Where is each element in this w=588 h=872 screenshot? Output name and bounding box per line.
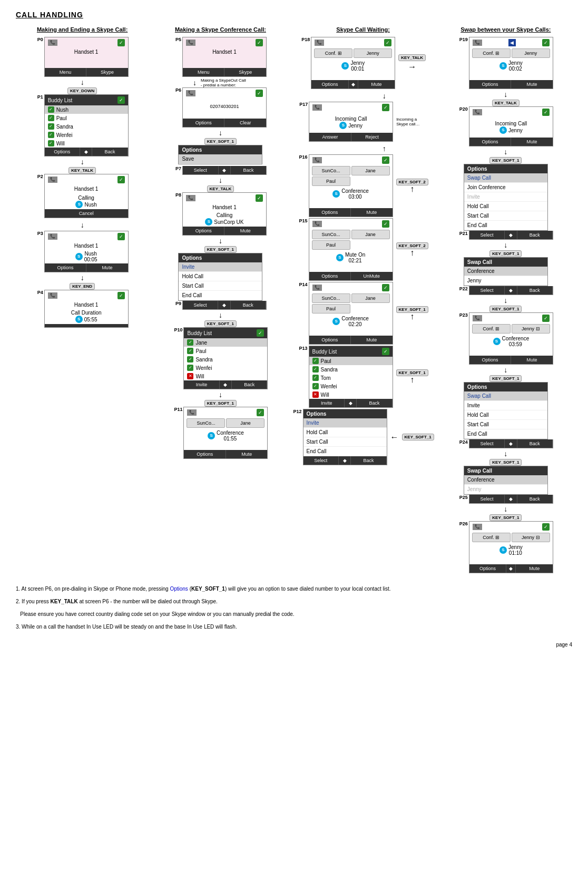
p23-mute[interactable]: Mute bbox=[511, 356, 553, 364]
p7-select[interactable]: Select bbox=[183, 166, 219, 174]
p24-startcall[interactable]: Start Call bbox=[464, 420, 547, 429]
p20-label: P20 bbox=[459, 106, 468, 112]
p16-options[interactable]: Options bbox=[309, 208, 351, 217]
p22-conference[interactable]: Conference bbox=[464, 267, 547, 276]
p23-bottombar: Options Mute bbox=[469, 356, 553, 364]
p5-menu[interactable]: Menu bbox=[183, 68, 225, 76]
p3-mute[interactable]: Mute bbox=[86, 263, 128, 272]
p23-options[interactable]: Options bbox=[469, 356, 512, 364]
p10-back[interactable]: Back bbox=[232, 380, 267, 389]
p24-invite[interactable]: Invite bbox=[464, 401, 547, 410]
p24-label: P24 bbox=[459, 439, 468, 445]
p11-options[interactable]: Options bbox=[184, 450, 226, 458]
p8-mute[interactable]: Mute bbox=[224, 227, 266, 235]
p1-options[interactable]: Options bbox=[45, 148, 80, 156]
p12-select[interactable]: Select bbox=[303, 456, 339, 465]
p22-jenny[interactable]: Jenny bbox=[464, 276, 547, 286]
p18-options[interactable]: Options bbox=[311, 80, 348, 89]
arrow-key-soft1-p23: ↓ KEY_SOFT_1 bbox=[489, 366, 522, 382]
p17-jenny: Jenny bbox=[348, 123, 362, 129]
p9-back[interactable]: Back bbox=[231, 301, 266, 309]
p21-joinconf[interactable]: Join Conference bbox=[464, 183, 547, 192]
p17-reject[interactable]: Reject bbox=[351, 133, 393, 141]
p6-clear[interactable]: Clear bbox=[224, 119, 266, 127]
skype-icon-p8: S bbox=[205, 218, 212, 226]
p22-select[interactable]: Select bbox=[469, 286, 505, 295]
p12-back[interactable]: Back bbox=[351, 456, 386, 465]
option-endcall-p9[interactable]: End Call bbox=[179, 291, 262, 300]
p2-cancel[interactable]: Cancel bbox=[45, 209, 128, 218]
p17-answer[interactable]: Answer bbox=[309, 133, 351, 141]
p14-options[interactable]: Options bbox=[309, 336, 351, 344]
p18-mute[interactable]: Mute bbox=[358, 80, 395, 89]
p14-mute[interactable]: Mute bbox=[351, 336, 393, 344]
check-icon-p11: ✓ bbox=[257, 409, 264, 416]
p26-mute[interactable]: Mute bbox=[516, 564, 552, 573]
option-invite-p9[interactable]: Invite bbox=[179, 262, 262, 272]
p15-unmute[interactable]: UnMute bbox=[351, 272, 393, 280]
p8-options[interactable]: Options bbox=[183, 227, 225, 235]
p0-skype[interactable]: Skype bbox=[86, 68, 128, 76]
option-save[interactable]: Save bbox=[179, 154, 262, 164]
p22-back[interactable]: Back bbox=[517, 286, 553, 295]
p15-options[interactable]: Options bbox=[309, 272, 351, 280]
p25-conference[interactable]: Conference bbox=[464, 475, 547, 485]
p19-mute[interactable]: Mute bbox=[511, 80, 553, 89]
option-startcall-p9[interactable]: Start Call bbox=[179, 281, 262, 291]
p25-select[interactable]: Select bbox=[469, 495, 505, 503]
p24-endcall[interactable]: End Call bbox=[464, 429, 547, 439]
skype-icon-p26: S bbox=[499, 546, 507, 554]
p20-mute[interactable]: Mute bbox=[511, 138, 553, 146]
p21-back[interactable]: Back bbox=[517, 231, 553, 239]
arrow-key-soft1-p20: ↓ KEY_SOFT_1 bbox=[489, 148, 522, 164]
p18-label: P18 bbox=[301, 37, 310, 42]
option-holdcall-p9[interactable]: Hold Call bbox=[179, 272, 262, 281]
p16-mute[interactable]: Mute bbox=[351, 208, 393, 217]
p12-holdcall[interactable]: Hold Call bbox=[303, 428, 387, 437]
p1-back[interactable]: Back bbox=[92, 148, 128, 156]
p21-endcall[interactable]: End Call bbox=[464, 221, 547, 230]
p6-label: P6 bbox=[175, 87, 181, 93]
p26-options[interactable]: Options bbox=[469, 564, 506, 573]
p24-holdcall[interactable]: Hold Call bbox=[464, 410, 547, 420]
phone-icon-p18: 📞 bbox=[315, 40, 324, 46]
p3-options[interactable]: Options bbox=[45, 263, 87, 272]
p3-body: Handset 1 S Nush 00:05 bbox=[45, 241, 128, 263]
p24-back[interactable]: Back bbox=[517, 439, 553, 448]
p10-sandra: ✓ Sandra bbox=[184, 355, 267, 364]
p13-back[interactable]: Back bbox=[357, 399, 392, 407]
p10-invite[interactable]: Invite bbox=[184, 380, 219, 389]
p11-mute[interactable]: Mute bbox=[226, 450, 268, 458]
p12-startcall[interactable]: Start Call bbox=[303, 437, 387, 447]
screen-p10: Buddy List ✓ ✓ Jane ✓ Paul ✓ Sandra ✓ We… bbox=[183, 327, 268, 389]
p0-menu[interactable]: Menu bbox=[45, 68, 87, 76]
p13-invite[interactable]: Invite bbox=[309, 399, 345, 407]
p4-empty bbox=[45, 324, 128, 327]
p25-back[interactable]: Back bbox=[517, 495, 553, 503]
arrow-icon-p19: ◀ bbox=[508, 39, 516, 46]
p21-select[interactable]: Select bbox=[469, 231, 505, 239]
incoming-skype-note: Incoming a Skype call… bbox=[396, 117, 428, 126]
p19-options[interactable]: Options bbox=[469, 80, 512, 89]
section1-title: Making and Ending a Skype Call: bbox=[37, 26, 128, 33]
p21-swapcall[interactable]: Swap Call bbox=[464, 173, 547, 183]
p26-time: 01:10 bbox=[508, 550, 523, 556]
p5-skype[interactable]: Skype bbox=[224, 68, 266, 76]
key-soft1-badge-p22: KEY_SOFT_1 bbox=[489, 306, 522, 312]
p24-select[interactable]: Select bbox=[469, 439, 505, 448]
p12-invite[interactable]: Invite bbox=[303, 418, 387, 428]
arrow-key-soft1-p9: ↓ KEY_SOFT_1 bbox=[204, 311, 237, 327]
p21-holdcall[interactable]: Hold Call bbox=[464, 202, 547, 211]
screen-p18: 📞 ✓ Conf. ⊞ Jenny S Jenny 00:01 bbox=[311, 37, 395, 89]
p9-select[interactable]: Select bbox=[183, 301, 218, 309]
options-menu-p24: Options Swap Call Invite Hold Call Start… bbox=[464, 382, 548, 439]
p12-endcall[interactable]: End Call bbox=[303, 447, 387, 456]
p21-invite[interactable]: Invite bbox=[464, 192, 547, 202]
p20-options[interactable]: Options bbox=[469, 138, 512, 146]
p21-startcall[interactable]: Start Call bbox=[464, 211, 547, 221]
column-3: Skype Call Waiting: P18 📞 ✓ Conf. ⊞ Jenn… bbox=[292, 26, 434, 466]
p1-item-paul: ✓ Paul bbox=[45, 114, 128, 122]
p6-options[interactable]: Options bbox=[183, 119, 225, 127]
p7-back[interactable]: Back bbox=[231, 166, 266, 174]
p24-swapcall[interactable]: Swap Call bbox=[464, 391, 547, 401]
